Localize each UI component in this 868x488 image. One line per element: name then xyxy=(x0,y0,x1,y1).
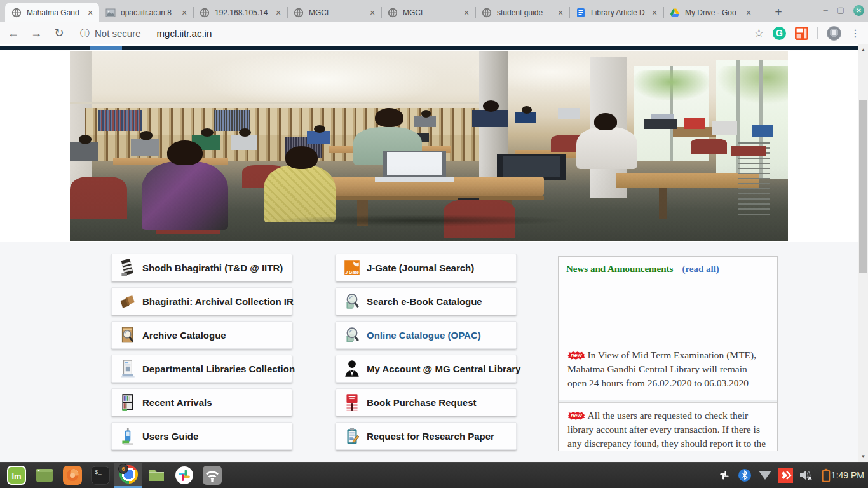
browser-tab-7[interactable]: Library Article D× xyxy=(569,3,663,22)
navbar-active-item xyxy=(90,46,122,50)
browser-tab-strip: Mahatma Gand×opac.iitr.ac.in:8×192.168.1… xyxy=(0,0,868,22)
globe-icon xyxy=(294,8,304,18)
tab-close-icon[interactable]: × xyxy=(367,8,377,18)
window-controls: – ▢ ✕ xyxy=(823,4,864,16)
link-label: J-Gate (Journal Search) xyxy=(367,262,474,273)
launcher-slack[interactable] xyxy=(170,463,198,488)
browser-tab-1[interactable]: Mahatma Gand× xyxy=(5,3,99,22)
link-column-left: Shodh Bhagirathi (T&D @ IITR)Bhagirathi:… xyxy=(111,254,292,456)
scroll-up-arrow-icon[interactable]: ▲ xyxy=(858,45,868,55)
link-label: Shodh Bhagirathi (T&D @ IITR) xyxy=(142,262,283,273)
tab-close-icon[interactable]: × xyxy=(179,8,189,18)
link-card-opac-search[interactable]: Online Catalogue (OPAC) xyxy=(336,321,517,349)
opac-search-icon xyxy=(344,325,360,344)
tab-close-icon[interactable]: × xyxy=(555,8,566,18)
ebook-search-icon xyxy=(344,292,360,311)
tray-slack-tray[interactable] xyxy=(717,467,732,484)
link-column-right: J-GateJ-Gate (Journal Search)Search e-Bo… xyxy=(336,254,517,456)
launcher-wifi-launcher[interactable] xyxy=(198,463,226,488)
window-minimize-button[interactable]: – xyxy=(823,4,827,16)
link-card-archive-search[interactable]: Archive Catalogue xyxy=(111,321,292,349)
forward-icon[interactable]: → xyxy=(27,24,46,42)
new-tab-button[interactable]: + xyxy=(770,4,787,20)
launcher-mint-menu[interactable]: lm xyxy=(3,463,31,488)
launcher-folder[interactable] xyxy=(142,463,170,488)
tab-close-icon[interactable]: × xyxy=(461,8,471,18)
browser-tab-3[interactable]: 192.168.105.14× xyxy=(193,3,287,22)
tab-title: MGCL xyxy=(403,8,461,17)
launcher-firefox[interactable] xyxy=(58,463,86,488)
link-label: Archive Catalogue xyxy=(142,330,226,341)
tab-close-icon[interactable]: × xyxy=(273,8,283,18)
clipboard-pencil-icon xyxy=(344,426,360,445)
browser-tab-2[interactable]: opac.iitr.ac.in:8× xyxy=(99,3,193,22)
launcher-terminal[interactable]: $_ xyxy=(86,463,114,488)
link-card-department-doc[interactable]: Departmental Libraries Collection xyxy=(111,355,292,383)
tab-title: student guide xyxy=(497,8,555,17)
tray-network-signal[interactable] xyxy=(757,467,773,484)
news-ticker-space xyxy=(559,281,777,342)
link-card-red-book[interactable]: Book Purchase Request xyxy=(336,388,517,416)
archive-book-icon xyxy=(119,292,136,311)
bookmark-star-icon[interactable]: ☆ xyxy=(754,27,764,40)
bookshelf-icon xyxy=(119,393,136,412)
tab-close-icon[interactable]: × xyxy=(649,8,660,18)
browser-tab-8[interactable]: My Drive - Goo× xyxy=(663,3,757,22)
news-text: All the users are requested to check the… xyxy=(567,410,766,449)
link-label: Recent Arrivals xyxy=(142,397,212,408)
screen: Mahatma Gand×opac.iitr.ac.in:8×192.168.1… xyxy=(0,0,868,488)
tab-close-icon[interactable]: × xyxy=(85,8,95,18)
tab-title: opac.iitr.ac.in:8 xyxy=(121,8,179,17)
link-card-archive-book[interactable]: Bhagirathi: Archival Collection IR xyxy=(111,287,292,315)
launcher-chrome[interactable]: 6 xyxy=(114,463,142,488)
window-maximize-button[interactable]: ▢ xyxy=(837,4,844,16)
link-card-ebook-search[interactable]: Search e-Book Catalogue xyxy=(336,287,517,315)
news-item: newIn View of Mid Term Examination (MTE)… xyxy=(559,342,777,400)
link-card-bookshelf[interactable]: Recent Arrivals xyxy=(111,388,292,416)
info-icon[interactable]: ⓘ xyxy=(80,27,90,39)
browser-tab-4[interactable]: MGCL× xyxy=(287,3,381,22)
user-icon xyxy=(344,359,360,378)
link-card-clipboard-pencil[interactable]: Request for Research Paper xyxy=(336,422,517,450)
window-close-button[interactable]: ✕ xyxy=(853,5,864,16)
menu-dots-icon[interactable]: ⋮ xyxy=(850,27,860,39)
read-all-link[interactable]: (read all) xyxy=(682,264,719,274)
globe-icon xyxy=(388,8,398,18)
browser-tab-6[interactable]: student guide× xyxy=(475,3,569,22)
page-scrollbar[interactable]: ▲ ▼ xyxy=(858,44,868,462)
tab-list: Mahatma Gand×opac.iitr.ac.in:8×192.168.1… xyxy=(5,3,757,22)
address-bar[interactable]: ⓘ Not secure mgcl.iitr.ac.in xyxy=(80,24,754,42)
link-label: Bhagirathi: Archival Collection IR xyxy=(142,296,294,307)
tab-title: My Drive - Goo xyxy=(685,8,743,17)
taskbar-clock[interactable]: 1:49 PM xyxy=(831,463,864,488)
news-text: In View of Mid Term Examination (MTE), M… xyxy=(567,349,756,388)
svg-text:J-Gate: J-Gate xyxy=(345,270,359,274)
globe-icon xyxy=(482,8,492,18)
link-card-guide-kiosk[interactable]: Users Guide xyxy=(111,422,292,450)
svg-text:$_: $_ xyxy=(95,470,102,476)
docs-icon xyxy=(576,8,586,18)
link-label: Book Purchase Request xyxy=(367,397,477,408)
tab-title: MGCL xyxy=(309,8,367,17)
launcher-show-desktop[interactable] xyxy=(31,463,58,488)
tray-volume-muted[interactable] xyxy=(798,467,813,484)
tab-close-icon[interactable]: × xyxy=(743,8,754,18)
link-label: Request for Research Paper xyxy=(367,431,494,442)
link-card-user[interactable]: My Account @ MG Central Library xyxy=(336,355,517,383)
security-label: Not secure xyxy=(95,28,141,39)
back-icon[interactable]: ← xyxy=(4,24,23,42)
tray-bluetooth[interactable] xyxy=(737,467,752,484)
reload-icon[interactable]: ↻ xyxy=(50,24,69,42)
taskbar: lm$_6 1:49 PM xyxy=(0,462,868,488)
tray-anydesk[interactable] xyxy=(778,467,793,484)
guide-kiosk-icon xyxy=(119,426,136,445)
profile-avatar-icon[interactable] xyxy=(827,26,841,41)
screenshot-extension-icon[interactable] xyxy=(795,27,808,40)
omnibox-divider xyxy=(149,28,149,38)
grammarly-icon[interactable]: G xyxy=(773,27,786,40)
link-card-jgate[interactable]: J-GateJ-Gate (Journal Search) xyxy=(336,254,517,281)
scroll-down-arrow-icon[interactable]: ▼ xyxy=(858,452,868,461)
scrollbar-thumb[interactable] xyxy=(859,100,867,273)
browser-tab-5[interactable]: MGCL× xyxy=(381,3,475,22)
link-card-thesis-stack[interactable]: Shodh Bhagirathi (T&D @ IITR) xyxy=(111,254,292,281)
